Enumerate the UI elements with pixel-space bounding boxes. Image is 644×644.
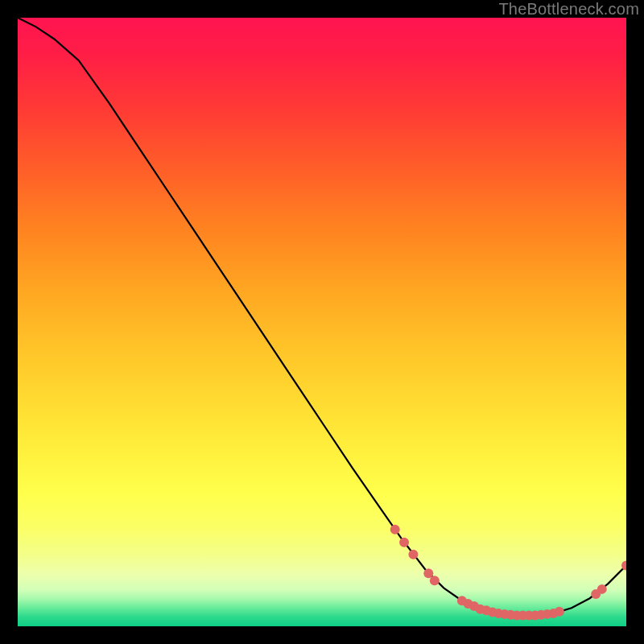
data-point xyxy=(597,584,607,594)
data-point xyxy=(399,538,409,547)
data-point xyxy=(390,525,400,535)
watermark-text: TheBottleneck.com xyxy=(498,0,639,19)
data-point xyxy=(408,550,418,559)
chart-plot-area xyxy=(18,18,626,626)
chart-svg xyxy=(18,18,626,626)
gradient-background xyxy=(18,18,626,626)
data-point xyxy=(430,576,440,585)
data-point xyxy=(555,607,564,617)
chart-stage: TheBottleneck.com xyxy=(0,0,644,644)
